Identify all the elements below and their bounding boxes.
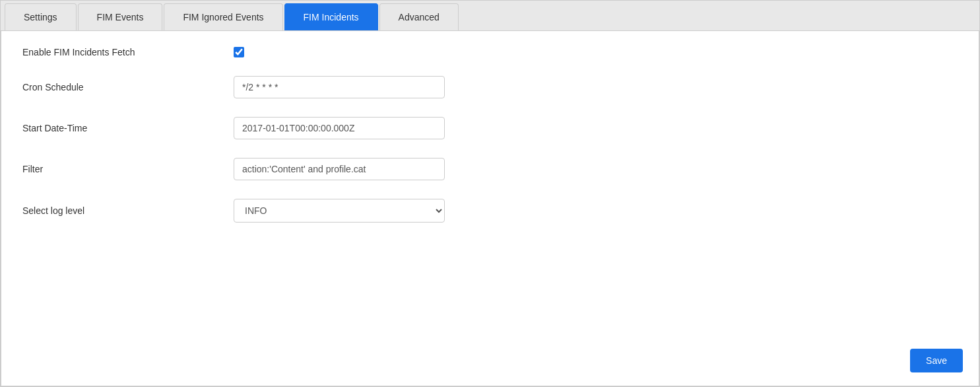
filter-label: Filter <box>22 164 234 174</box>
log-level-row: Select log level INFO DEBUG WARNING ERRO… <box>22 199 958 223</box>
start-datetime-label: Start Date-Time <box>22 123 234 133</box>
log-level-label: Select log level <box>22 205 234 216</box>
filter-input[interactable] <box>234 158 445 180</box>
enable-fim-label: Enable FIM Incidents Fetch <box>22 47 234 57</box>
tab-settings[interactable]: Settings <box>5 3 77 30</box>
tab-bar: Settings FIM Events FIM Ignored Events F… <box>1 1 979 31</box>
cron-input[interactable] <box>234 76 445 98</box>
save-button[interactable]: Save <box>910 349 963 372</box>
start-datetime-row: Start Date-Time <box>22 117 958 139</box>
enable-fim-checkbox[interactable] <box>234 47 244 57</box>
cron-row: Cron Schedule <box>22 76 958 98</box>
tab-fim-incidents[interactable]: FIM Incidents <box>284 3 378 30</box>
log-level-select[interactable]: INFO DEBUG WARNING ERROR <box>234 199 445 223</box>
app-container: Settings FIM Events FIM Ignored Events F… <box>0 0 980 387</box>
tab-fim-events[interactable]: FIM Events <box>78 3 163 30</box>
cron-label: Cron Schedule <box>22 82 234 92</box>
enable-fim-row: Enable FIM Incidents Fetch <box>22 47 958 57</box>
start-datetime-input[interactable] <box>234 117 445 139</box>
enable-fim-checkbox-wrapper <box>234 47 244 57</box>
content-area: Enable FIM Incidents Fetch Cron Schedule… <box>1 31 979 386</box>
tab-fim-ignored-events[interactable]: FIM Ignored Events <box>164 3 282 30</box>
filter-row: Filter <box>22 158 958 180</box>
tab-advanced[interactable]: Advanced <box>379 3 459 30</box>
